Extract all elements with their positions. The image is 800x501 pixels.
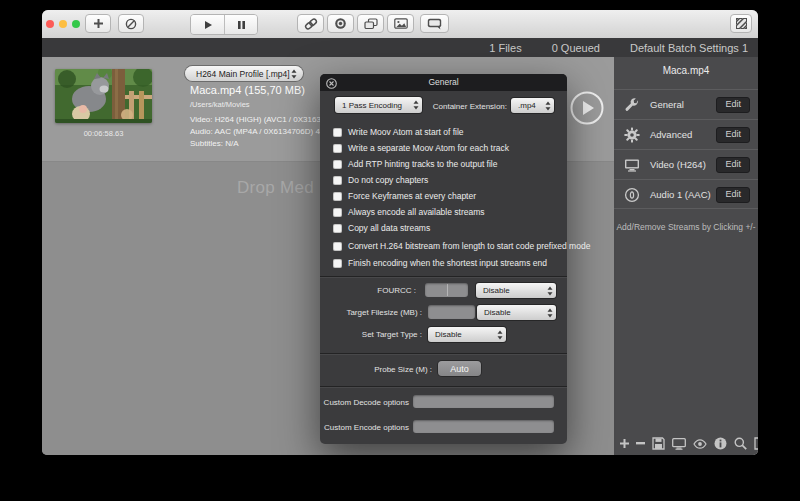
add-stream-button[interactable] <box>620 439 629 448</box>
probe-size-auto-button[interactable]: Auto <box>438 361 481 376</box>
pattern-icon <box>736 18 747 29</box>
checkbox[interactable] <box>333 208 342 217</box>
target-filesize-select[interactable]: Disable <box>477 305 556 320</box>
edit-advanced-button[interactable]: Edit <box>716 127 750 143</box>
sidebar-item-label: General <box>650 99 684 110</box>
checkbox[interactable] <box>333 259 342 268</box>
divider <box>320 276 567 277</box>
toggle-pattern-button[interactable] <box>730 14 752 33</box>
chevron-updown-icon <box>291 69 297 79</box>
checkbox[interactable] <box>333 176 342 185</box>
sidebar-item-label: Video (H264) <box>650 159 706 170</box>
inspect-button[interactable] <box>734 437 747 450</box>
batch-settings[interactable]: Default Batch Settings 1 <box>630 42 748 54</box>
fourcc-select[interactable]: Disable <box>476 283 556 298</box>
sidebar-item-general[interactable]: General Edit <box>614 89 758 119</box>
custom-decode-label: Custom Decode options <box>320 398 409 407</box>
file-path: /Users/kat/Movies <box>190 100 250 109</box>
play-circle-icon <box>569 90 605 126</box>
files-count: 1 Files <box>489 42 521 54</box>
set-target-type-label: Set Target Type : <box>320 330 422 339</box>
subtitles-info: Subtitles: N/A <box>190 139 238 148</box>
checkbox-label: Do not copy chapters <box>348 175 428 185</box>
divider <box>320 353 567 354</box>
pause-encoding-button[interactable] <box>224 15 257 34</box>
main-content: 00:06:58.63 H264 Main Profile [.mp4] Mac… <box>42 57 758 455</box>
checkbox[interactable] <box>333 144 342 153</box>
checkbox[interactable] <box>333 192 342 201</box>
checkbox[interactable] <box>333 224 342 233</box>
sidebar-file-title: Maca.mp4 <box>614 65 758 76</box>
preview-play-button[interactable] <box>569 90 605 126</box>
checkbox-label: Write Moov Atom at start of file <box>348 127 464 137</box>
info-icon <box>714 437 727 450</box>
eye-icon <box>693 439 707 449</box>
record-button[interactable] <box>327 14 354 33</box>
checkbox[interactable] <box>333 242 342 251</box>
toolbar <box>42 10 758 39</box>
panel-titlebar: General <box>320 74 567 91</box>
custom-encode-field[interactable] <box>413 420 554 433</box>
chevron-updown-icon <box>497 330 503 340</box>
edit-audio-button[interactable]: Edit <box>716 187 750 203</box>
fourcc-label: FOURCC : <box>320 286 416 295</box>
container-extension-value: .mp4 <box>518 101 536 110</box>
checkbox-label: Force Keyframes at every chapter <box>348 191 476 201</box>
preview-display-button[interactable] <box>672 438 686 450</box>
encoding-pass-select[interactable]: 1 Pass Encoding <box>335 97 422 113</box>
status-bar: 1 Files 0 Queued Default Batch Settings … <box>42 38 758 57</box>
stream-sidebar: Maca.mp4 General Edit Advanced Edit <box>614 57 758 455</box>
preset-select[interactable]: H264 Main Profile [.mp4] <box>185 66 303 81</box>
record-icon <box>334 17 347 30</box>
custom-encode-label: Custom Encode options <box>320 423 409 432</box>
add-file-button[interactable] <box>85 14 111 33</box>
chevron-updown-icon <box>547 308 553 318</box>
plus-icon <box>93 18 104 29</box>
remove-icon <box>636 442 645 445</box>
checkbox-label: Copy all data streams <box>348 223 430 233</box>
container-extension-select[interactable]: .mp4 <box>511 98 554 113</box>
preview-image-button[interactable] <box>387 14 414 33</box>
checkbox-label: Add RTP hinting tracks to the output fil… <box>348 159 497 169</box>
checkbox-row: Write a separate Moov Atom for each trac… <box>333 143 509 153</box>
log-console-button[interactable] <box>420 14 449 33</box>
sidebar-item-advanced[interactable]: Advanced Edit <box>614 119 758 149</box>
start-encoding-button[interactable] <box>191 15 224 34</box>
checkbox-row: Do not copy chapters <box>333 175 428 185</box>
checkbox-row: Finish encoding when the shortest input … <box>333 258 547 268</box>
checkbox[interactable] <box>333 160 342 169</box>
general-settings-panel: General 1 Pass Encoding Container Extens… <box>320 74 567 444</box>
fourcc-field[interactable] <box>425 283 468 297</box>
zoom-window-button[interactable] <box>72 20 80 28</box>
checkbox-row: Convert H.264 bitstream from length to s… <box>333 241 590 251</box>
minimize-window-button[interactable] <box>59 20 67 28</box>
info-button[interactable] <box>714 437 727 450</box>
play-icon <box>203 20 213 30</box>
add-remove-streams-hint: Add/Remove Streams by Clicking +/- <box>614 222 758 232</box>
set-target-type-select[interactable]: Disable <box>428 327 506 342</box>
close-window-button[interactable] <box>46 20 54 28</box>
edit-video-button[interactable]: Edit <box>716 157 750 173</box>
edit-general-button[interactable]: Edit <box>716 97 750 113</box>
remove-stream-button[interactable] <box>636 442 645 445</box>
sidebar-item-audio[interactable]: Audio 1 (AAC) Edit <box>614 179 758 209</box>
custom-decode-field[interactable] <box>413 395 554 408</box>
save-button[interactable] <box>652 437 665 450</box>
duplicate-button[interactable] <box>357 14 384 33</box>
display-icon <box>672 438 686 450</box>
chat-icon <box>427 18 442 30</box>
speaker-icon <box>624 187 640 207</box>
cancel-button[interactable] <box>118 14 144 33</box>
log-file-button[interactable] <box>754 437 758 450</box>
checkbox-row: Add RTP hinting tracks to the output fil… <box>333 159 497 169</box>
checkbox-row: Always encode all available streams <box>333 207 485 217</box>
checkbox-label: Finish encoding when the shortest input … <box>348 258 547 268</box>
watch-button[interactable] <box>693 439 707 449</box>
link-button[interactable] <box>297 14 324 33</box>
sidebar-item-video[interactable]: Video (H264) Edit <box>614 149 758 179</box>
display-icon <box>624 157 640 177</box>
fourcc-select-value: Disable <box>483 286 510 295</box>
encoding-pass-value: 1 Pass Encoding <box>342 101 402 110</box>
target-filesize-field[interactable] <box>428 305 475 319</box>
checkbox[interactable] <box>333 128 342 137</box>
